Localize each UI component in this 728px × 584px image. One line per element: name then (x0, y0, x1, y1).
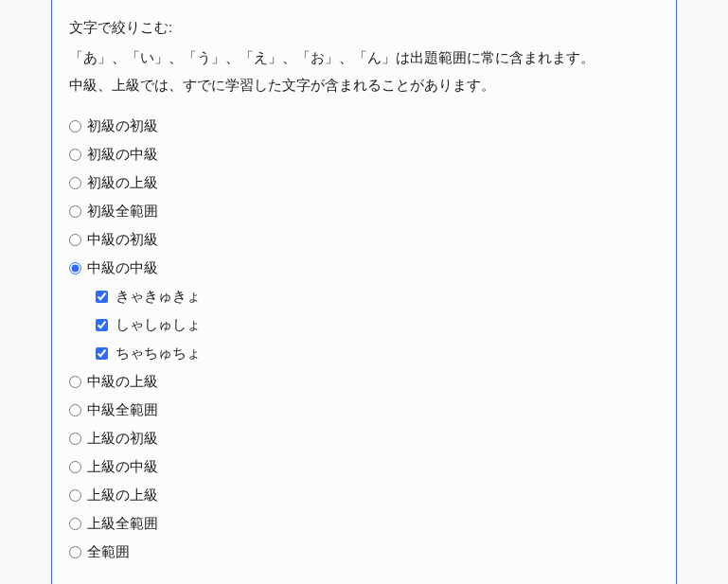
radio-row-上級全範囲[interactable]: 上級全範囲 (69, 509, 659, 538)
radio-label: 全範囲 (87, 538, 130, 566)
radio-初級の上級[interactable] (69, 177, 81, 189)
radio-label: 中級の上級 (87, 367, 158, 396)
radio-row-初級の初級[interactable]: 初級の初級 (69, 112, 659, 140)
filter-panel: 文字で絞りこむ: 「あ」、「い」、「う」、「え」、「お」、「ん」は出題範囲に常に… (51, 0, 677, 584)
checkbox-row-しゃしゅしょ[interactable]: しゃしゅしょ (96, 310, 659, 339)
checkbox-row-ちゃちゅちょ[interactable]: ちゃちゅちょ (96, 339, 659, 367)
checkbox-ちゃちゅちょ[interactable] (96, 347, 108, 360)
radio-全範囲[interactable] (69, 546, 81, 558)
radio-label: 初級の初級 (87, 112, 158, 140)
radio-label: 上級の上級 (87, 481, 158, 509)
radio-初級の中級[interactable] (69, 149, 81, 161)
checkbox-row-きゃきゅきょ[interactable]: きゃきゅきょ (96, 282, 659, 310)
radio-初級の初級[interactable] (69, 120, 81, 133)
radio-上級全範囲[interactable] (69, 518, 81, 530)
radio-上級の中級[interactable] (69, 461, 81, 473)
radio-label: 上級の中級 (87, 452, 158, 481)
filter-label: 文字で絞りこむ: (69, 19, 659, 37)
checkbox-label: きゃきゅきょ (114, 282, 201, 310)
radio-row-中級の中級[interactable]: 中級の中級 (69, 254, 659, 282)
checkbox-しゃしゅしょ[interactable] (96, 319, 108, 331)
radio-row-全範囲[interactable]: 全範囲 (69, 538, 659, 566)
checkbox-label: ちゃちゅちょ (114, 339, 201, 367)
checkbox-label: しゃしゅしょ (114, 310, 201, 339)
filter-note-line1: 「あ」、「い」、「う」、「え」、「お」、「ん」は出題範囲に常に含まれます。 (69, 49, 595, 65)
radio-中級の上級[interactable] (69, 376, 81, 388)
filter-note: 「あ」、「い」、「う」、「え」、「お」、「ん」は出題範囲に常に含まれます。 中級… (69, 44, 659, 98)
radio-label: 初級の上級 (87, 168, 158, 197)
radio-初級全範囲[interactable] (69, 205, 81, 218)
radio-中級全範囲[interactable] (69, 404, 81, 416)
filter-note-line2: 中級、上級では、すでに学習した文字が含まれることがあります。 (69, 77, 495, 93)
radio-row-初級の中級[interactable]: 初級の中級 (69, 140, 659, 168)
radio-上級の初級[interactable] (69, 433, 81, 445)
radio-中級の中級[interactable] (69, 262, 81, 274)
radio-label: 中級全範囲 (87, 396, 158, 424)
radio-label: 初級の中級 (87, 140, 158, 168)
radio-row-初級の上級[interactable]: 初級の上級 (69, 168, 659, 197)
checkbox-きゃきゅきょ[interactable] (96, 291, 108, 303)
radio-row-中級全範囲[interactable]: 中級全範囲 (69, 396, 659, 424)
radio-row-上級の初級[interactable]: 上級の初級 (69, 424, 659, 452)
radio-label: 上級の初級 (87, 424, 158, 452)
radio-label: 上級全範囲 (87, 509, 158, 538)
radio-row-上級の上級[interactable]: 上級の上級 (69, 481, 659, 509)
radio-row-初級全範囲[interactable]: 初級全範囲 (69, 197, 659, 225)
radio-label: 中級の初級 (87, 225, 158, 254)
radio-label: 中級の中級 (87, 254, 158, 282)
radio-label: 初級全範囲 (87, 197, 158, 225)
radio-row-中級の初級[interactable]: 中級の初級 (69, 225, 659, 254)
radio-上級の上級[interactable] (69, 489, 81, 502)
sublist-中級の中級: きゃきゅきょ しゃしゅしょ ちゃちゅちょ (96, 282, 659, 367)
radio-row-中級の上級[interactable]: 中級の上級 (69, 367, 659, 396)
radio-row-上級の中級[interactable]: 上級の中級 (69, 452, 659, 481)
radio-中級の初級[interactable] (69, 234, 81, 246)
